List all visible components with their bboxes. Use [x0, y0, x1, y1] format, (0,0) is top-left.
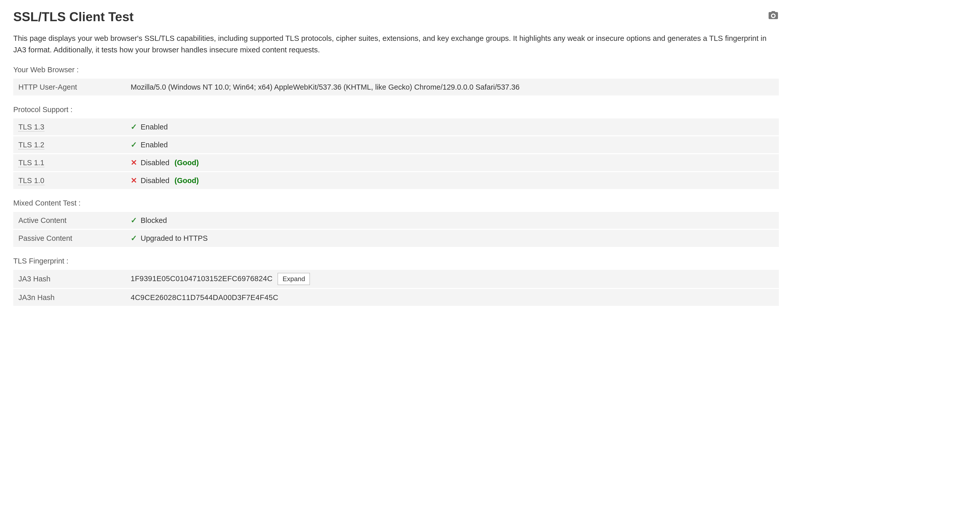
section-label-browser: Your Web Browser :: [13, 64, 779, 75]
check-icon: ✓: [130, 234, 137, 242]
row-value: ✓ Blocked: [126, 212, 779, 229]
protocol-table: TLS 1.3 ✓ Enabled TLS 1.2 ✓ Enabled: [13, 118, 779, 189]
status-text: Enabled: [141, 121, 168, 132]
status-text: Blocked: [141, 215, 167, 226]
row-value: ✓ Upgraded to HTTPS: [126, 229, 779, 247]
table-row: JA3n Hash 4C9CE26028C11D7544DA00D3F7E4F4…: [13, 289, 779, 306]
row-key: HTTP User-Agent: [13, 79, 126, 96]
row-key: TLS 1.1: [13, 154, 126, 172]
row-key: TLS 1.0: [13, 172, 126, 189]
protocol-tls10-label[interactable]: TLS 1.0: [18, 177, 45, 185]
title-row: SSL/TLS Client Test: [13, 8, 779, 31]
page-root: SSL/TLS Client Test This page displays y…: [0, 0, 792, 314]
row-key: TLS 1.3: [13, 118, 126, 136]
row-value: ✕ Disabled (Good): [126, 172, 779, 189]
mixed-active-label: Active Content: [18, 216, 67, 225]
ja3-hash-value: 1F9391E05C01047103152EFC6976824C: [130, 274, 272, 283]
section-label-protocol: Protocol Support :: [13, 104, 779, 115]
row-value: 1F9391E05C01047103152EFC6976824C Expand: [126, 270, 779, 289]
fingerprint-table: JA3 Hash 1F9391E05C01047103152EFC6976824…: [13, 270, 779, 306]
row-value: 4C9CE26028C11D7544DA00D3F7E4F45C: [126, 289, 779, 306]
row-key: JA3n Hash: [13, 289, 126, 306]
table-row: HTTP User-Agent Mozilla/5.0 (Windows NT …: [13, 79, 779, 96]
section-label-fingerprint: TLS Fingerprint :: [13, 256, 779, 266]
table-row: TLS 1.3 ✓ Enabled: [13, 118, 779, 136]
table-row: Passive Content ✓ Upgraded to HTTPS: [13, 229, 779, 247]
intro-text: This page displays your web browser's SS…: [13, 32, 779, 56]
status-text: Disabled: [141, 175, 169, 186]
table-row: TLS 1.0 ✕ Disabled (Good): [13, 172, 779, 189]
row-value: ✓ Enabled: [126, 136, 779, 154]
table-row: TLS 1.1 ✕ Disabled (Good): [13, 154, 779, 172]
status-text: Enabled: [141, 139, 168, 150]
ja3n-label: JA3n Hash: [18, 293, 55, 301]
row-value: ✓ Enabled: [126, 118, 779, 136]
check-icon: ✓: [130, 217, 137, 224]
table-row: Active Content ✓ Blocked: [13, 212, 779, 229]
status-text: Disabled: [141, 157, 169, 168]
row-key: TLS 1.2: [13, 136, 126, 154]
row-value: ✕ Disabled (Good): [126, 154, 779, 172]
row-key-text: HTTP User-Agent: [18, 83, 77, 91]
table-row: JA3 Hash 1F9391E05C01047103152EFC6976824…: [13, 270, 779, 289]
mixed-passive-label: Passive Content: [18, 234, 72, 242]
protocol-tls13-label[interactable]: TLS 1.3: [18, 123, 45, 132]
camera-icon[interactable]: [768, 8, 779, 21]
mixed-table: Active Content ✓ Blocked Passive Content…: [13, 212, 779, 247]
protocol-tls11-label[interactable]: TLS 1.1: [18, 159, 45, 167]
user-agent-value: Mozilla/5.0 (Windows NT 10.0; Win64; x64…: [130, 83, 520, 91]
protocol-tls12-label[interactable]: TLS 1.2: [18, 141, 45, 149]
expand-button[interactable]: Expand: [278, 273, 310, 285]
ja3n-hash-value: 4C9CE26028C11D7544DA00D3F7E4F45C: [130, 293, 278, 301]
cross-icon: ✕: [130, 159, 137, 166]
section-label-mixed: Mixed Content Test :: [13, 198, 779, 208]
ja3-label: JA3 Hash: [18, 275, 51, 283]
row-value: Mozilla/5.0 (Windows NT 10.0; Win64; x64…: [126, 79, 779, 96]
table-row: TLS 1.2 ✓ Enabled: [13, 136, 779, 154]
row-key: JA3 Hash: [13, 270, 126, 289]
cross-icon: ✕: [130, 177, 137, 184]
row-key: Passive Content: [13, 229, 126, 247]
status-good-badge: (Good): [175, 157, 199, 168]
row-key: Active Content: [13, 212, 126, 229]
check-icon: ✓: [130, 123, 137, 131]
browser-table: HTTP User-Agent Mozilla/5.0 (Windows NT …: [13, 79, 779, 96]
status-good-badge: (Good): [175, 175, 199, 186]
status-text: Upgraded to HTTPS: [141, 233, 208, 244]
check-icon: ✓: [130, 141, 137, 148]
page-title: SSL/TLS Client Test: [13, 8, 134, 26]
